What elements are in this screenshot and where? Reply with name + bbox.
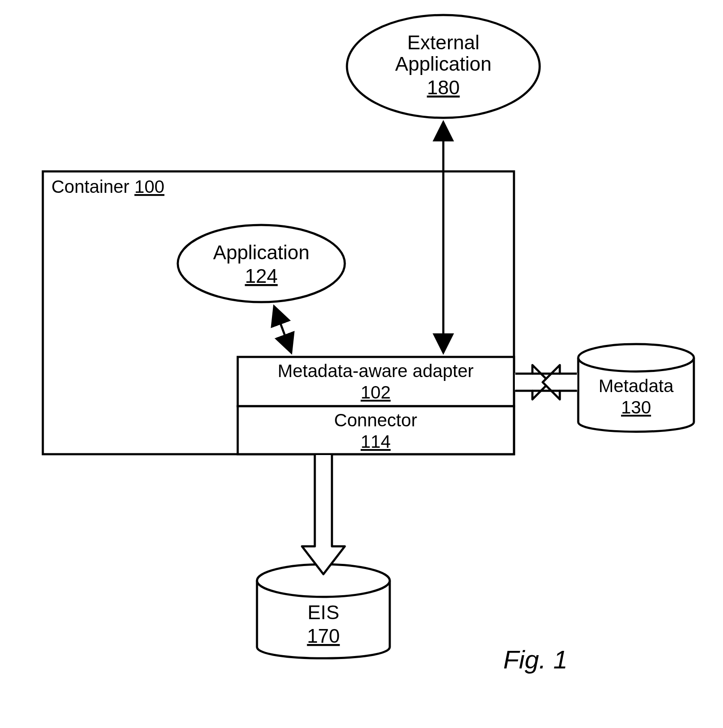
connector-label: Connector [334, 410, 417, 430]
svg-point-6 [578, 344, 694, 371]
external-app-label-line1: External [407, 31, 480, 54]
metadata-label: Metadata [598, 376, 674, 396]
adapter-box: Metadata-aware adapter 102 [238, 357, 514, 406]
adapter-ref: 102 [361, 382, 391, 402]
application-ref: 124 [245, 265, 278, 287]
arrow-application-adapter [274, 306, 291, 353]
connector-box: Connector 114 [238, 406, 514, 454]
eis-ref: 170 [307, 625, 340, 647]
connector-ref: 114 [361, 431, 391, 452]
arrow-connector-eis [302, 455, 345, 574]
external-application-node: External Application 180 [347, 15, 540, 118]
external-app-ref: 180 [427, 76, 460, 99]
container-label: Container [51, 177, 129, 197]
metadata-db: Metadata 130 [578, 344, 694, 432]
metadata-ref: 130 [621, 397, 651, 417]
eis-db: EIS 170 [257, 564, 390, 658]
application-label: Application [213, 241, 309, 264]
container-ref: 100 [134, 177, 164, 197]
arrow-adapter-metadata [515, 364, 577, 399]
architecture-diagram: Container 100 External Application 180 A… [0, 0, 723, 728]
svg-text:Container
        
      100: Container 100 [51, 177, 164, 197]
figure-caption: Fig. 1 [503, 645, 568, 674]
external-app-label-line2: Application [395, 53, 491, 75]
eis-label: EIS [308, 601, 339, 623]
application-node: Application 124 [178, 225, 345, 302]
svg-point-3 [178, 225, 345, 302]
adapter-label: Metadata-aware adapter [278, 361, 474, 381]
